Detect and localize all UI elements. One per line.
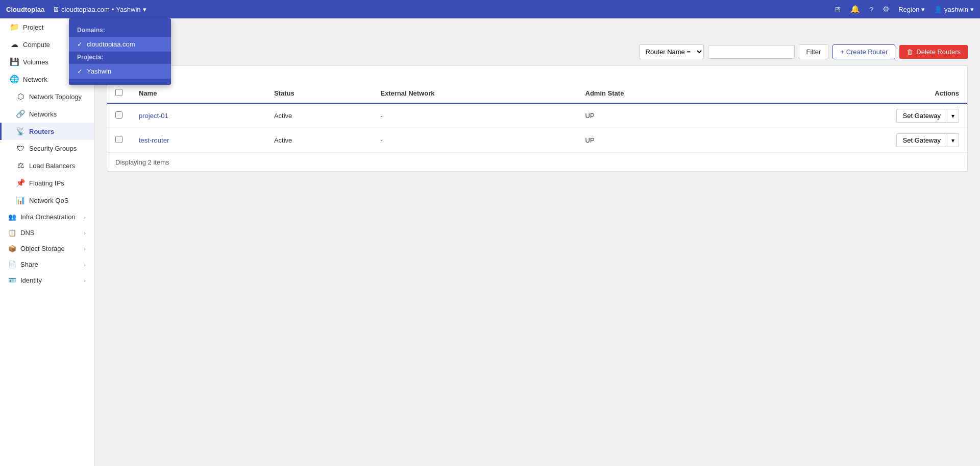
- sidebar: 📁 Project ☁ Compute 💾 Volumes 🌐 Network …: [0, 18, 94, 466]
- col-status: Status: [266, 84, 372, 103]
- action-dropdown-button[interactable]: ▾: [947, 109, 959, 123]
- row-select-checkbox[interactable]: [115, 136, 122, 143]
- router-name-cell: test-router: [131, 128, 266, 153]
- project-name-option: Yashwin: [87, 67, 111, 75]
- create-router-button[interactable]: + Create Router: [832, 44, 895, 59]
- sidebar-item-infra-orchestration[interactable]: 👥 Infra Orchestration ›: [0, 209, 94, 225]
- storage-icon: 📦: [8, 245, 16, 252]
- project-yashwin[interactable]: ✓ Yashwin: [69, 64, 171, 79]
- sidebar-item-dns[interactable]: 📋 DNS ›: [0, 225, 94, 241]
- select-all-checkbox[interactable]: [115, 89, 122, 96]
- topology-icon: ⬡: [16, 92, 25, 101]
- main-layout: 📁 Project ☁ Compute 💾 Volumes 🌐 Network …: [0, 18, 980, 466]
- table-header-row: Name Status External Network Admin State…: [107, 84, 967, 103]
- router-external-network-cell: -: [372, 103, 577, 128]
- sidebar-item-share[interactable]: 📄 Share ›: [0, 257, 94, 272]
- domain-switcher[interactable]: 🖥 cloudtopiaa.com • Yashwin ▾: [53, 6, 146, 13]
- router-name-cell: project-01: [131, 103, 266, 128]
- volumes-icon: 💾: [10, 57, 19, 66]
- user-menu[interactable]: 👤 yashwin ▾: [934, 6, 974, 13]
- monitor-icon: 🖥: [53, 6, 59, 13]
- security-groups-label: Security Groups: [29, 145, 77, 152]
- routers-label: Routers: [29, 128, 54, 135]
- domain-cloudtopiaa[interactable]: ✓ cloudtopiaa.com: [69, 37, 171, 52]
- domain-project-dropdown: Domains: ✓ cloudtopiaa.com Projects: ✓ Y…: [69, 18, 171, 85]
- delete-routers-button[interactable]: 🗑 Delete Routers: [899, 45, 968, 59]
- chevron-right-icon: ›: [84, 230, 86, 236]
- router-name-link[interactable]: test-router: [139, 136, 169, 144]
- sidebar-item-object-storage[interactable]: 📦 Object Storage ›: [0, 241, 94, 257]
- region-selector[interactable]: Region ▾: [898, 6, 925, 13]
- dropdown-arrow-icon: ▾: [143, 6, 146, 13]
- sidebar-volumes-label: Volumes: [23, 58, 48, 66]
- compute-icon: ☁: [10, 40, 19, 49]
- domain-name-option: cloudtopiaa.com: [87, 40, 135, 48]
- sidebar-item-network-topology[interactable]: ⬡ Network Topology: [0, 88, 94, 105]
- dns-icon: 📋: [8, 229, 16, 237]
- network-icon: 🌐: [10, 75, 19, 84]
- sidebar-item-networks[interactable]: 🔗 Networks: [0, 105, 94, 123]
- identity-icon: 🪪: [8, 276, 16, 284]
- set-gateway-button[interactable]: Set Gateway: [896, 133, 947, 147]
- qos-icon: 📊: [16, 196, 25, 205]
- display-count-bottom: Displaying 2 items: [107, 153, 967, 171]
- filter-input[interactable]: [708, 45, 795, 59]
- check-icon: ✓: [77, 67, 83, 75]
- topnav-left: Cloudtopiaa 🖥 cloudtopiaa.com • Yashwin …: [6, 6, 146, 13]
- row-select-checkbox[interactable]: [115, 111, 122, 119]
- action-dropdown-button[interactable]: ▾: [947, 133, 959, 147]
- sidebar-item-routers[interactable]: 📡 Routers: [0, 123, 94, 140]
- router-admin-state-cell: UP: [577, 128, 737, 153]
- settings-icon[interactable]: ⚙: [883, 5, 889, 14]
- sidebar-item-floating-ips[interactable]: 📌 Floating IPs: [0, 174, 94, 192]
- filter-type-select[interactable]: Router Name =: [639, 44, 704, 59]
- domains-section-label: Domains:: [69, 25, 171, 37]
- top-navigation: Cloudtopiaa 🖥 cloudtopiaa.com • Yashwin …: [0, 0, 980, 18]
- row-checkbox-cell: [107, 103, 131, 128]
- domain-name: cloudtopiaa.com: [61, 6, 110, 13]
- routers-table: Name Status External Network Admin State…: [107, 84, 967, 153]
- user-dropdown-arrow: ▾: [970, 6, 974, 13]
- sidebar-item-load-balancers[interactable]: ⚖ Load Balancers: [0, 157, 94, 174]
- share-label: Share: [20, 261, 38, 268]
- delete-label: Delete Routers: [916, 48, 961, 56]
- table-row: project-01 Active - UP Set Gateway ▾: [107, 103, 967, 128]
- router-external-network-cell: -: [372, 128, 577, 153]
- floating-ips-label: Floating IPs: [29, 179, 64, 187]
- trash-icon: 🗑: [906, 48, 913, 56]
- sidebar-item-security-groups[interactable]: 🛡 Security Groups: [0, 140, 94, 157]
- sidebar-network-label: Network: [23, 76, 47, 83]
- monitor-icon[interactable]: 🖥: [834, 5, 841, 14]
- col-admin-state: Admin State: [577, 84, 737, 103]
- router-admin-state-cell: UP: [577, 103, 737, 128]
- col-actions: Actions: [737, 84, 967, 103]
- brand-logo: Cloudtopiaa: [6, 6, 44, 13]
- lb-icon: ⚖: [16, 161, 25, 170]
- routers-icon: 📡: [16, 127, 25, 136]
- sidebar-project-label: Project: [23, 24, 43, 31]
- user-icon: 👤: [934, 6, 942, 13]
- toolbar: Router Name = Filter + Create Router 🗑 D…: [107, 44, 968, 59]
- network-topology-label: Network Topology: [29, 93, 82, 101]
- floating-ip-icon: 📌: [16, 178, 25, 188]
- topnav-right: 🖥 🔔 ? ⚙ Region ▾ 👤 yashwin ▾: [834, 5, 974, 14]
- network-qos-label: Network QoS: [29, 197, 68, 204]
- display-count-top: Displaying 2 items: [107, 66, 967, 84]
- col-external-network: External Network: [372, 84, 577, 103]
- set-gateway-button[interactable]: Set Gateway: [896, 109, 947, 123]
- router-status-cell: Active: [266, 128, 372, 153]
- help-icon[interactable]: ?: [869, 5, 873, 14]
- sidebar-item-identity[interactable]: 🪪 Identity ›: [0, 272, 94, 288]
- col-name: Name: [131, 84, 266, 103]
- bell-icon[interactable]: 🔔: [850, 5, 860, 14]
- networks-label: Networks: [29, 110, 57, 118]
- project-icon: 📁: [10, 22, 19, 32]
- sidebar-item-network-qos[interactable]: 📊 Network QoS: [0, 192, 94, 209]
- action-btn-group: Set Gateway ▾: [896, 109, 959, 123]
- router-actions-cell: Set Gateway ▾: [737, 103, 967, 128]
- sidebar-compute-label: Compute: [23, 41, 50, 49]
- infra-label: Infra Orchestration: [20, 213, 76, 221]
- router-status-cell: Active: [266, 103, 372, 128]
- router-name-link[interactable]: project-01: [139, 112, 168, 120]
- filter-button[interactable]: Filter: [799, 44, 829, 59]
